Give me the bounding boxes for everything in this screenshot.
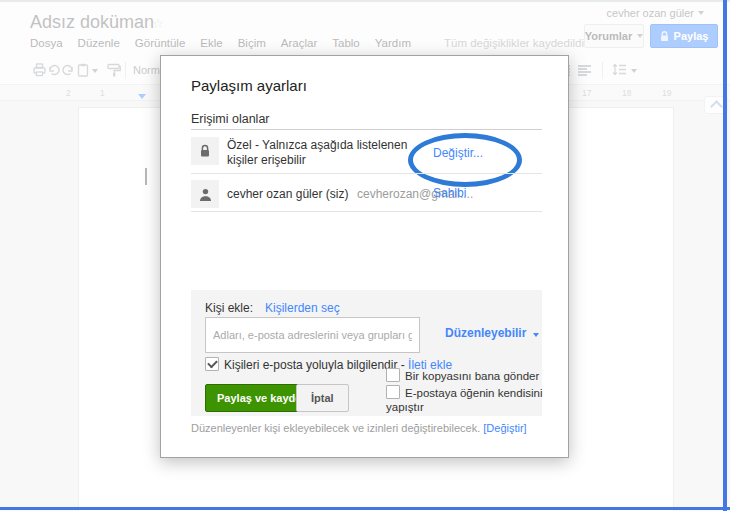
sharing-settings-dialog: Paylaşım ayarları Erişimi olanlar Özel -…	[160, 55, 569, 458]
add-people-panel: Kişi ekle: Kişilerden seç Düzenleyebilir…	[191, 290, 542, 416]
person-icon	[199, 188, 212, 201]
owner-name: cevher ozan güler (siz)	[227, 187, 348, 202]
paste-item-label-line2: yapıştır	[386, 401, 424, 413]
footer-change-link[interactable]: [Değiştir]	[483, 422, 526, 434]
check-icon	[207, 358, 218, 369]
permission-dropdown-label: Düzenleyebilir	[445, 326, 526, 340]
divider	[191, 173, 542, 174]
divider	[191, 129, 542, 130]
owner-role-link[interactable]: Sahibi	[433, 186, 466, 200]
dialog-footer: Düzenleyenler kişi ekleyebilecek ve izin…	[191, 422, 527, 434]
paste-item-checkbox[interactable]	[386, 385, 400, 399]
choose-from-contacts-link[interactable]: Kişilerden seç	[265, 301, 340, 315]
paste-item-option: E-postaya öğenin kendisini yapıştır	[386, 385, 546, 414]
annotation-ellipse	[408, 133, 522, 187]
extra-options: Bir kopyasını bana gönder E-postaya öğen…	[386, 368, 546, 414]
send-copy-checkbox[interactable]	[386, 368, 400, 382]
chevron-down-icon	[533, 333, 539, 337]
divider	[191, 211, 542, 212]
owner-icon-tile	[191, 180, 219, 208]
cancel-button[interactable]: İptal	[296, 384, 349, 412]
permission-dropdown[interactable]: Düzenleyebilir	[445, 326, 539, 340]
lock-icon	[199, 144, 211, 158]
visibility-icon-tile	[191, 137, 219, 165]
window-border-bottom	[0, 507, 730, 510]
invite-people-input[interactable]	[205, 317, 420, 353]
dialog-title: Paylaşım ayarları	[191, 77, 307, 94]
access-section-header: Erişimi olanlar	[191, 112, 270, 126]
cancel-label: İptal	[311, 392, 334, 404]
window-border-right	[723, 0, 727, 511]
notify-checkbox[interactable]	[205, 357, 219, 371]
app-window: Adsız doküman ☆ cevher ozan güler Dosya …	[0, 0, 730, 511]
visibility-text: Özel - Yalnızca aşağıda listelenen kişil…	[227, 138, 432, 168]
footer-text: Düzenleyenler kişi ekleyebilecek ve izin…	[191, 422, 480, 434]
paste-item-label-line1: E-postaya öğenin kendisini	[405, 387, 542, 399]
share-and-save-label: Paylaş ve kaydet	[217, 392, 305, 404]
send-copy-label: Bir kopyasını bana gönder	[405, 370, 539, 382]
notify-label: Kişileri e-posta yoluyla bilgilendir -	[224, 358, 408, 372]
add-people-label: Kişi ekle:	[205, 301, 253, 315]
send-copy-option: Bir kopyasını bana gönder	[386, 368, 546, 383]
